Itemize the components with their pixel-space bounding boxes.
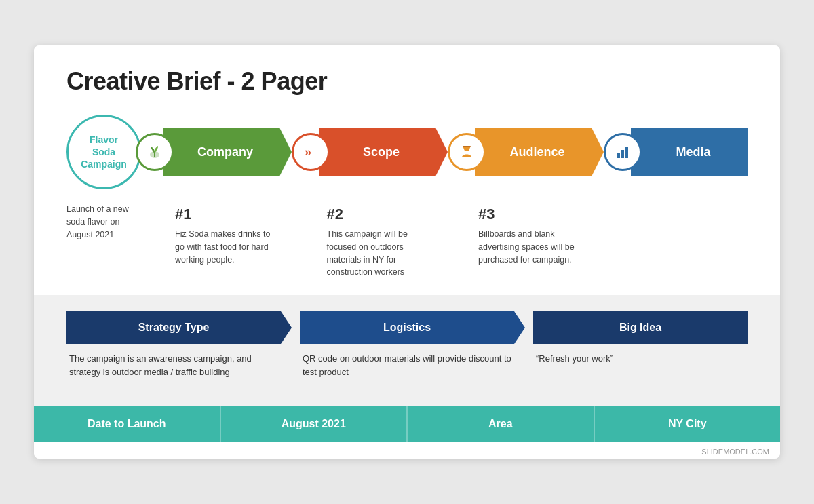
plant-icon (145, 142, 164, 161)
svg-rect-2 (154, 153, 155, 157)
company-icon-circle (136, 133, 174, 171)
middle-section: Strategy Type The campaign is an awarene… (34, 295, 780, 406)
watermark: SLIDEMODEL.COM (34, 442, 780, 459)
desc-audience: #3 Billboards and blank advertising spac… (473, 203, 596, 279)
strategy-type-block: Strategy Type The campaign is an awarene… (66, 311, 281, 381)
flow-blocks: Company » Scope (136, 128, 748, 176)
bottom-date-to-launch-label: Date to Launch (34, 406, 221, 442)
scope-icon-circle: » (292, 133, 330, 171)
big-idea-body: “Refresh your work” (533, 344, 748, 368)
svg-rect-8 (621, 150, 624, 158)
desc-media (625, 203, 748, 279)
svg-text:»: » (305, 145, 311, 159)
media-icon-circle (604, 133, 642, 171)
desc-company: #1 Fiz Soda makes drinks to go with fast… (170, 203, 293, 279)
num-3: #3 (478, 203, 585, 225)
svg-rect-9 (625, 147, 628, 158)
logistics-block: Logistics QR code on outdoor materials w… (300, 311, 514, 381)
logistics-body: QR code on outdoor materials will provid… (300, 344, 514, 381)
audience-block: Audience (475, 128, 592, 176)
strategy-type-body: The campaign is an awareness campaign, a… (66, 344, 281, 381)
chevrons-icon: » (301, 142, 320, 161)
slide-container: Creative Brief - 2 Pager FlavorSodaCampa… (34, 45, 780, 459)
chart-icon (613, 142, 632, 161)
logistics-header: Logistics (300, 311, 514, 344)
company-block: Company (163, 128, 279, 176)
svg-rect-7 (617, 153, 620, 158)
slide-title: Creative Brief - 2 Pager (66, 67, 748, 96)
num-2: #2 (327, 203, 434, 225)
svg-rect-6 (463, 146, 471, 147)
intro-desc: Launch of a new soda flavor on August 20… (66, 203, 141, 279)
bottom-section: Date to Launch August 2021 Area NY City (34, 406, 780, 442)
worker-icon (457, 142, 476, 161)
audience-icon-circle (448, 133, 486, 171)
bottom-august-2021: August 2021 (221, 406, 408, 442)
desc-row: Launch of a new soda flavor on August 20… (66, 203, 748, 279)
flow-row: FlavorSodaCampaign Company (66, 115, 748, 189)
circle-label: FlavorSodaCampaign (66, 115, 141, 189)
strategy-type-header: Strategy Type (66, 311, 281, 344)
big-idea-header: Big Idea (533, 311, 748, 344)
top-section: Creative Brief - 2 Pager FlavorSodaCampa… (34, 45, 780, 295)
bottom-area-label: Area (408, 406, 595, 442)
big-idea-block: Big Idea “Refresh your work” (533, 311, 748, 381)
num-1: #1 (175, 203, 282, 225)
strategy-row: Strategy Type The campaign is an awarene… (66, 311, 748, 381)
bottom-ny-city: NY City (595, 406, 781, 442)
desc-scope: #2 This campaign will be focused on outd… (322, 203, 445, 279)
scope-block: Scope (319, 128, 435, 176)
media-block: Media (631, 128, 748, 176)
